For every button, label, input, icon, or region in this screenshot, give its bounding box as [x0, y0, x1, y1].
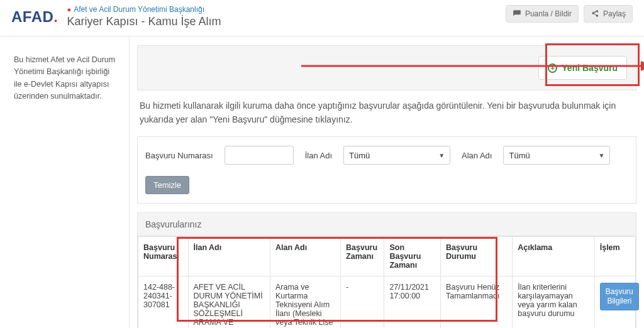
alan-adi-select[interactable]: Tümü ▼ [503, 146, 610, 165]
new-application-button[interactable]: + Yeni Başvuru [538, 56, 627, 80]
cell-ilan: AFET VE ACİL DURUM YÖNETİMİ BAŞKANLIĞI S… [188, 276, 270, 328]
page-title: Kariyer Kapısı - Kamu İşe Alım [67, 15, 221, 28]
description-text: Bu hizmeti kullanarak ilgili kuruma daha… [137, 90, 636, 136]
app-no-label: Başvuru Numarası [145, 151, 213, 160]
clear-label: Temizle [153, 180, 181, 190]
plus-circle-icon: + [548, 63, 557, 73]
ilan-adi-label: İlan Adı [305, 151, 332, 160]
bullet-icon: ● [67, 6, 72, 13]
alan-adi-label: Alan Adı [462, 151, 492, 160]
ilan-adi-value: Tümü [349, 151, 370, 160]
applications-table-wrap: Başvurularınız Başvuru Numarası İlan Adı… [137, 212, 636, 328]
col-app-no: Başvuru Numarası [138, 237, 189, 276]
rate-button[interactable]: Puanla / Bildir [506, 5, 579, 23]
sidebar-text: Bu hizmet Afet ve Acil Durum Yönetimi Ba… [14, 55, 115, 101]
share-label: Paylaş [603, 9, 626, 18]
comment-icon [513, 9, 521, 18]
cell-islem: Başvuru Bilgileri [594, 276, 635, 328]
logo-block: AFAD. ●Afet ve Acil Durum Yönetimi Başka… [11, 5, 221, 28]
islem-label: Başvuru Bilgileri [606, 287, 633, 305]
table-header-row: Başvuru Numarası İlan Adı Alan Adı Başvu… [138, 237, 636, 276]
share-icon [591, 9, 599, 18]
org-name: Afet ve Acil Durum Yönetimi Başkanlığı [74, 5, 204, 14]
cell-alan: Arama ve Kurtarma Teknisyeni Alım İlanı … [270, 276, 340, 328]
col-bz: Başvuru Zamanı [341, 237, 384, 276]
rate-label: Puanla / Bildir [525, 9, 572, 18]
org-link[interactable]: ●Afet ve Acil Durum Yönetimi Başkanlığı [67, 5, 221, 14]
col-ilan: İlan Adı [188, 237, 270, 276]
cell-aciklama: İlan kriterlerini karşılayamayan veya ya… [513, 276, 594, 328]
top-action-bar: + Yeni Başvuru [137, 45, 636, 90]
share-button[interactable]: Paylaş [584, 5, 633, 23]
afad-logo: AFAD. [11, 8, 62, 26]
ilan-adi-select[interactable]: Tümü ▼ [343, 146, 450, 165]
sidebar-info: Bu hizmet Afet ve Acil Durum Yönetimi Ba… [0, 36, 129, 328]
col-aciklama: Açıklama [513, 237, 594, 276]
col-islem: İşlem [594, 237, 635, 276]
new-app-label: Yeni Başvuru [562, 63, 618, 73]
caret-down-icon: ▼ [599, 152, 605, 159]
applications-table: Başvuru Numarası İlan Adı Alan Adı Başvu… [138, 236, 636, 328]
clear-button[interactable]: Temizle [145, 176, 189, 194]
application-details-button[interactable]: Başvuru Bilgileri [600, 283, 639, 310]
svg-marker-1 [641, 61, 644, 71]
alan-adi-value: Tümü [509, 151, 530, 160]
main-content: + Yeni Başvuru Bu hizmeti kullanarak ilg… [129, 36, 644, 328]
table-row: 142-488-240341-307081 AFET VE ACİL DURUM… [138, 276, 636, 328]
caret-down-icon: ▼ [438, 152, 445, 159]
col-durum: Başvuru Durumu [441, 237, 513, 276]
col-sbz: Son Başvuru Zamanı [384, 237, 441, 276]
cell-app-no: 142-488-240341-307081 [138, 276, 189, 328]
table-caption: Başvurularınız [138, 213, 636, 236]
logo-text: AFAD [11, 8, 53, 25]
app-no-input[interactable] [225, 146, 294, 165]
col-alan: Alan Adı [270, 237, 340, 276]
cell-bz: - [341, 276, 384, 328]
filter-panel: Başvuru Numarası İlan Adı Tümü ▼ Alan Ad… [137, 136, 636, 204]
cell-durum: Başvuru Henüz Tamamlanmadı [441, 276, 513, 328]
cell-sbz: 27/11/2021 17:00:00 [384, 276, 441, 328]
page-header: AFAD. ●Afet ve Acil Durum Yönetimi Başka… [0, 0, 644, 36]
